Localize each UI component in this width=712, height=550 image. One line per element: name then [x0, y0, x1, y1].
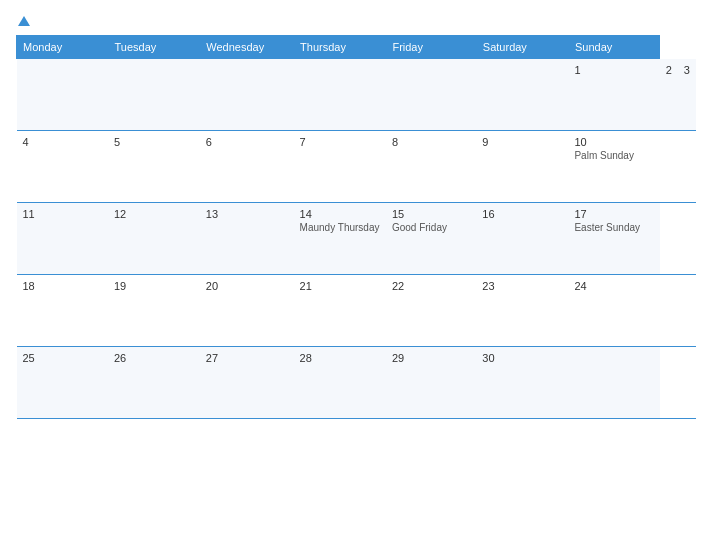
day-cell: 20 — [200, 275, 294, 347]
day-number: 5 — [114, 136, 194, 148]
day-cell: 16 — [476, 203, 568, 275]
day-number: 23 — [482, 280, 562, 292]
day-cell: 6 — [200, 131, 294, 203]
day-cell: 25 — [17, 347, 108, 419]
day-cell: 21 — [294, 275, 386, 347]
week-row-1: 123 — [17, 59, 697, 131]
col-header-sunday: Sunday — [568, 36, 659, 59]
day-cell: 3 — [678, 59, 696, 131]
header — [16, 12, 696, 27]
day-cell: 28 — [294, 347, 386, 419]
col-header-wednesday: Wednesday — [200, 36, 294, 59]
day-number: 10 — [574, 136, 653, 148]
day-cell: 12 — [108, 203, 200, 275]
week-row-4: 18192021222324 — [17, 275, 697, 347]
day-number: 7 — [300, 136, 380, 148]
day-cell: 11 — [17, 203, 108, 275]
day-cell — [476, 59, 568, 131]
day-number: 1 — [574, 64, 653, 76]
day-number: 25 — [23, 352, 102, 364]
day-number: 16 — [482, 208, 562, 220]
day-number: 19 — [114, 280, 194, 292]
day-number: 15 — [392, 208, 470, 220]
day-number: 2 — [666, 64, 672, 76]
day-number: 14 — [300, 208, 380, 220]
page: MondayTuesdayWednesdayThursdayFridaySatu… — [0, 0, 712, 550]
day-number: 11 — [23, 208, 102, 220]
calendar-body: 12345678910Palm Sunday11121314Maundy Thu… — [17, 59, 697, 419]
day-cell: 19 — [108, 275, 200, 347]
col-header-tuesday: Tuesday — [108, 36, 200, 59]
day-number: 30 — [482, 352, 562, 364]
day-cell: 26 — [108, 347, 200, 419]
day-cell: 1 — [568, 59, 659, 131]
col-header-thursday: Thursday — [294, 36, 386, 59]
day-cell: 22 — [386, 275, 476, 347]
event-label: Easter Sunday — [574, 222, 653, 233]
day-number: 22 — [392, 280, 470, 292]
day-cell: 7 — [294, 131, 386, 203]
day-cell: 5 — [108, 131, 200, 203]
day-number: 12 — [114, 208, 194, 220]
day-number: 18 — [23, 280, 102, 292]
day-cell — [386, 59, 476, 131]
day-number: 29 — [392, 352, 470, 364]
day-number: 28 — [300, 352, 380, 364]
logo-triangle-icon — [18, 16, 30, 26]
event-label: Palm Sunday — [574, 150, 653, 161]
day-cell: 27 — [200, 347, 294, 419]
day-cell: 13 — [200, 203, 294, 275]
day-number: 8 — [392, 136, 470, 148]
day-cell: 10Palm Sunday — [568, 131, 659, 203]
week-row-5: 252627282930 — [17, 347, 697, 419]
event-label: Good Friday — [392, 222, 470, 233]
col-header-friday: Friday — [386, 36, 476, 59]
empty-cell — [200, 59, 294, 131]
day-number: 6 — [206, 136, 288, 148]
day-cell: 14Maundy Thursday — [294, 203, 386, 275]
day-number: 9 — [482, 136, 562, 148]
empty-cell — [17, 59, 108, 131]
header-row: MondayTuesdayWednesdayThursdayFridaySatu… — [17, 36, 697, 59]
col-header-saturday: Saturday — [476, 36, 568, 59]
day-cell: 15Good Friday — [386, 203, 476, 275]
day-cell: 8 — [386, 131, 476, 203]
day-number: 20 — [206, 280, 288, 292]
day-number: 4 — [23, 136, 102, 148]
empty-cell — [108, 59, 200, 131]
day-number: 13 — [206, 208, 288, 220]
day-number: 21 — [300, 280, 380, 292]
day-number: 24 — [574, 280, 653, 292]
event-label: Maundy Thursday — [300, 222, 380, 233]
week-row-3: 11121314Maundy Thursday15Good Friday1617… — [17, 203, 697, 275]
col-header-monday: Monday — [17, 36, 108, 59]
calendar-table: MondayTuesdayWednesdayThursdayFridaySatu… — [16, 35, 696, 419]
day-cell: 4 — [17, 131, 108, 203]
day-number: 17 — [574, 208, 653, 220]
day-cell — [568, 347, 659, 419]
day-cell: 17Easter Sunday — [568, 203, 659, 275]
day-cell: 2 — [660, 59, 678, 131]
day-cell: 29 — [386, 347, 476, 419]
day-cell: 9 — [476, 131, 568, 203]
day-cell: 23 — [476, 275, 568, 347]
day-cell: 30 — [476, 347, 568, 419]
day-cell: 18 — [17, 275, 108, 347]
logo — [16, 12, 30, 27]
day-number: 26 — [114, 352, 194, 364]
logo-line1 — [16, 12, 30, 27]
day-cell — [294, 59, 386, 131]
day-number: 3 — [684, 64, 690, 76]
week-row-2: 45678910Palm Sunday — [17, 131, 697, 203]
day-number: 27 — [206, 352, 288, 364]
day-cell: 24 — [568, 275, 659, 347]
